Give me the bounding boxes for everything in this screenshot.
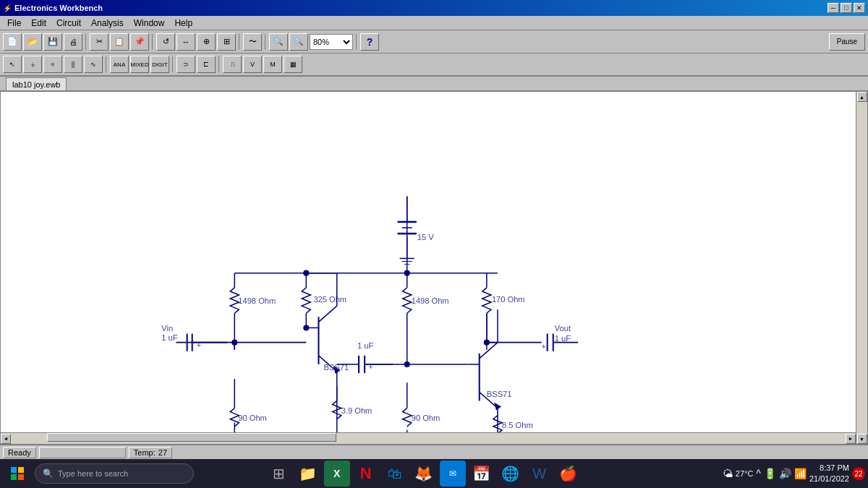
voltage-label: 15 V	[417, 233, 434, 241]
netflix-button[interactable]: N	[353, 461, 379, 487]
ana-tool[interactable]: ANA	[110, 56, 129, 73]
chevron-icon[interactable]: ^	[756, 468, 761, 479]
scroll-track-horizontal[interactable]	[11, 433, 846, 444]
svg-text:+: +	[542, 342, 547, 351]
svg-rect-104	[18, 467, 24, 473]
flip-button[interactable]: ↔	[176, 33, 195, 51]
task-view-button[interactable]: ⊞	[266, 461, 292, 487]
scroll-up-button[interactable]: ▲	[857, 92, 867, 102]
svg-text:Vin: Vin	[161, 324, 173, 333]
taskbar-apps: ⊞ 📁 X N 🛍 🦊 ✉ 📅 🌐 W 🍎	[266, 461, 582, 487]
meter-tool[interactable]: V	[243, 56, 262, 73]
scroll-down-button[interactable]: ▼	[857, 434, 867, 444]
scroll-track-vertical[interactable]	[856, 102, 867, 434]
zoom-select[interactable]: 80% 100% 50%	[310, 34, 353, 50]
word-button[interactable]: W	[527, 461, 553, 487]
scroll-right-button[interactable]: ►	[846, 434, 856, 444]
sep5	[356, 34, 357, 50]
oscilloscope-button[interactable]: 〜	[243, 33, 262, 51]
ground-tool[interactable]: ⏚	[23, 56, 42, 73]
horizontal-scrollbar[interactable]: ◄ ►	[1, 432, 856, 444]
menu-help[interactable]: Help	[170, 17, 197, 30]
comp-sep1	[106, 56, 107, 72]
volume-icon[interactable]: 🔊	[779, 468, 791, 479]
svg-text:+: +	[368, 362, 373, 371]
display-tool[interactable]: ▦	[284, 56, 302, 73]
comp-sep3	[218, 56, 220, 72]
taskbar: 🔍 Type here to search ⊞ 📁 X N 🛍 🦊 ✉ 📅 🌐 …	[0, 459, 868, 488]
component-toolbar: ↖ ⏚ ≈ || ∿ ANA MIXED DIGIT ⊃ ⊏ ⎍ V M ▦	[0, 53, 868, 77]
search-bar[interactable]: 🔍 Type here to search	[35, 463, 194, 484]
firefox-button[interactable]: 🦊	[411, 461, 437, 487]
start-button[interactable]	[3, 459, 32, 488]
digit-tool[interactable]: DIGIT	[150, 56, 169, 73]
pause-button[interactable]: Pause	[829, 33, 865, 51]
inductor-tool[interactable]: ∿	[84, 56, 103, 73]
zoom-out-button[interactable]: 🔍	[289, 33, 308, 51]
svg-text:170 Ohm: 170 Ohm	[492, 295, 525, 304]
svg-rect-105	[11, 474, 17, 480]
paste-button[interactable]: 📌	[130, 33, 149, 51]
status-empty	[39, 447, 126, 458]
svg-text:1 uF: 1 uF	[555, 334, 571, 343]
pointer-tool[interactable]: ↖	[3, 56, 22, 73]
ff-tool[interactable]: ⊏	[197, 56, 216, 73]
store-button[interactable]: 🛍	[382, 461, 408, 487]
status-ready: Ready	[3, 447, 36, 458]
calendar-button[interactable]: 📅	[469, 461, 495, 487]
menu-edit[interactable]: Edit	[27, 17, 51, 30]
clock-display: 8:37 PM 21/01/2022	[809, 463, 849, 485]
main-toolbar: 📄 📂 💾 🖨 ✂ 📋 📌 ↺ ↔ ⊕ ⊞ 〜 🔍 🔍 80% 100% 50%…	[0, 30, 868, 53]
new-button[interactable]: 📄	[3, 33, 22, 51]
sep3	[239, 34, 240, 50]
mail-button[interactable]: ✉	[440, 461, 466, 487]
help-button[interactable]: ?	[360, 33, 379, 51]
component-button[interactable]: ⊕	[197, 33, 216, 51]
status-bar: Ready Temp: 27	[0, 445, 868, 459]
capacitor-tool[interactable]: ||	[64, 56, 82, 73]
explorer-button[interactable]: 📁	[295, 461, 321, 487]
scope-tool[interactable]: M	[263, 56, 282, 73]
scroll-left-button[interactable]: ◄	[1, 434, 11, 444]
excel-button[interactable]: X	[324, 461, 350, 487]
menu-circuit[interactable]: Circuit	[52, 17, 85, 30]
notification-badge[interactable]: 22	[852, 467, 865, 480]
network-status-icon[interactable]: 📶	[794, 468, 807, 479]
svg-marker-85	[494, 402, 501, 410]
rotate-button[interactable]: ↺	[156, 33, 175, 51]
search-icon: 🔍	[43, 468, 54, 479]
switch-tool[interactable]: ⎍	[223, 56, 242, 73]
zoom-in-button[interactable]: 🔍	[269, 33, 288, 51]
file-tab[interactable]: lab10 joy.ewb	[6, 77, 67, 90]
resistor-tool[interactable]: ≈	[43, 56, 62, 73]
close-button[interactable]: ✕	[854, 3, 865, 13]
open-button[interactable]: 📂	[23, 33, 42, 51]
copy-button[interactable]: 📋	[110, 33, 129, 51]
menu-file[interactable]: File	[3, 17, 25, 30]
svg-line-79	[480, 343, 498, 359]
print-button[interactable]: 🖨	[64, 33, 82, 51]
sep1	[85, 34, 87, 50]
menu-window[interactable]: Window	[129, 17, 169, 30]
svg-text:BSS71: BSS71	[487, 390, 512, 398]
workspace[interactable]: 15 V 1498 Ohm 325 Ohm 1498 Ohm	[0, 91, 868, 445]
edge-button[interactable]: 🌐	[498, 461, 524, 487]
minimize-button[interactable]: ─	[827, 3, 839, 13]
save-button[interactable]: 💾	[43, 33, 62, 51]
gate-tool[interactable]: ⊃	[176, 56, 195, 73]
mixed-tool[interactable]: MIXED	[130, 56, 149, 73]
network-icon[interactable]: 🌤	[723, 468, 733, 479]
file-tab-label: lab10 joy.ewb	[12, 80, 60, 89]
photos-button[interactable]: 🍎	[556, 461, 582, 487]
svg-text:1 uF: 1 uF	[357, 341, 373, 350]
scroll-thumb-horizontal[interactable]	[47, 433, 336, 442]
svg-text:3.9 Ohm: 3.9 Ohm	[341, 406, 373, 415]
maximize-button[interactable]: □	[841, 3, 852, 13]
vertical-scrollbar[interactable]: ▲ ▼	[856, 92, 867, 444]
wire-button[interactable]: ⊞	[217, 33, 236, 51]
cut-button[interactable]: ✂	[90, 33, 109, 51]
sep4	[265, 34, 266, 50]
app-title: Electronics Workbench	[14, 4, 103, 12]
menu-analysis[interactable]: Analysis	[87, 17, 128, 30]
svg-text:+: +	[197, 341, 202, 349]
